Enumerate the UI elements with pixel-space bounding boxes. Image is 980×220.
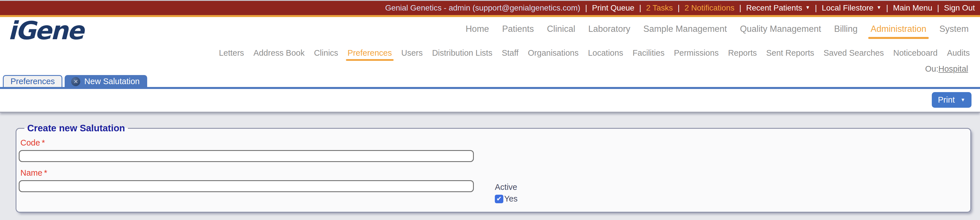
- main-nav-item-laboratory[interactable]: Laboratory: [589, 24, 630, 34]
- organisational-unit: Ou:Hospital: [925, 64, 968, 74]
- name-input[interactable]: [19, 180, 474, 192]
- active-checkbox-row[interactable]: ✔ Yes: [495, 194, 517, 204]
- sub-nav-item-reports[interactable]: Reports: [728, 48, 757, 58]
- sub-nav-item-noticeboard[interactable]: Noticeboard: [893, 48, 937, 58]
- topbar-separator: |: [585, 3, 587, 13]
- topbar-separator: |: [639, 3, 641, 13]
- required-asterisk: *: [44, 168, 47, 177]
- sub-nav-item-letters[interactable]: Letters: [219, 48, 244, 58]
- sub-nav-item-sent-reports[interactable]: Sent Reports: [766, 48, 814, 58]
- sub-nav-item-facilities[interactable]: Facilities: [633, 48, 665, 58]
- topbar-separator: |: [739, 3, 741, 13]
- create-salutation-panel: Create new Salutation Code*Name* Active …: [16, 123, 971, 213]
- sub-nav-item-users[interactable]: Users: [401, 48, 423, 58]
- main-nav-item-administration[interactable]: Administration: [870, 24, 926, 34]
- tab-label: Preferences: [11, 77, 55, 86]
- tab-preferences[interactable]: Preferences: [3, 75, 62, 87]
- code-input[interactable]: [19, 150, 474, 162]
- ou-label: Ou:: [925, 64, 938, 73]
- app-logo: iGene: [8, 18, 83, 44]
- main-nav: HomePatientsClinicalLaboratorySample Man…: [466, 24, 969, 34]
- user-info: Genial Genetics - admin (support@genialg…: [385, 3, 580, 13]
- sub-nav-item-preferences[interactable]: Preferences: [348, 48, 392, 58]
- topbar-separator: |: [815, 3, 817, 13]
- sub-nav-item-clinics[interactable]: Clinics: [314, 48, 338, 58]
- dropdown-arrow-icon: ▼: [805, 5, 810, 11]
- main-nav-item-quality-management[interactable]: Quality Management: [740, 24, 821, 34]
- main-nav-item-patients[interactable]: Patients: [502, 24, 534, 34]
- topbar: Genial Genetics - admin (support@genialg…: [0, 1, 980, 15]
- topbar-item-main-menu[interactable]: Main Menu: [893, 3, 932, 13]
- active-checkbox[interactable]: ✔: [495, 195, 503, 203]
- topbar-item-2-notifications[interactable]: 2 Notifications: [684, 3, 735, 13]
- main-nav-item-sample-management[interactable]: Sample Management: [643, 24, 727, 34]
- ou-hospital-link[interactable]: Hospital: [938, 64, 968, 73]
- required-asterisk: *: [42, 138, 45, 147]
- print-button-label: Print: [938, 95, 955, 104]
- header: iGene HomePatientsClinicalLaboratorySamp…: [0, 17, 980, 89]
- form-fields: Code*Name*: [16, 138, 970, 192]
- field-label-name: Name*: [21, 168, 970, 178]
- sub-nav-item-organisations[interactable]: Organisations: [528, 48, 579, 58]
- sub-nav-item-permissions[interactable]: Permissions: [674, 48, 719, 58]
- main-nav-item-clinical[interactable]: Clinical: [547, 24, 575, 34]
- close-tab-icon[interactable]: ✕: [71, 77, 80, 86]
- main-nav-item-home[interactable]: Home: [466, 24, 489, 34]
- sub-nav-item-audits[interactable]: Audits: [947, 48, 970, 58]
- topbar-links: |Print Queue|2 Tasks|2 Notifications|Rec…: [580, 3, 975, 13]
- topbar-separator: |: [678, 3, 680, 13]
- topbar-separator: |: [886, 3, 888, 13]
- sub-nav-item-staff[interactable]: Staff: [502, 48, 519, 58]
- active-field: Active ✔ Yes: [495, 183, 517, 204]
- tab-label: New Salutation: [84, 77, 140, 86]
- panel-title: Create new Salutation: [24, 123, 128, 133]
- content-area: Create new Salutation Code*Name* Active …: [0, 123, 980, 220]
- active-yes-label: Yes: [504, 194, 517, 204]
- toolbar: Print ▼: [0, 89, 980, 112]
- active-label: Active: [495, 183, 517, 192]
- dropdown-arrow-icon: ▼: [961, 97, 965, 103]
- accent-divider: [0, 15, 980, 17]
- print-button[interactable]: Print ▼: [932, 92, 972, 108]
- sub-nav-item-distribution-lists[interactable]: Distribution Lists: [432, 48, 493, 58]
- field-row-code: Code*: [21, 138, 970, 162]
- tab-new-salutation[interactable]: ✕New Salutation: [65, 75, 147, 87]
- topbar-item-print-queue[interactable]: Print Queue: [592, 3, 634, 13]
- field-label-code: Code*: [21, 138, 970, 148]
- main-nav-item-billing[interactable]: Billing: [834, 24, 858, 34]
- sub-nav-item-address-book[interactable]: Address Book: [253, 48, 305, 58]
- sub-nav: LettersAddress BookClinicsPreferencesUse…: [219, 48, 970, 58]
- sub-nav-item-saved-searches[interactable]: Saved Searches: [824, 48, 884, 58]
- topbar-separator: |: [937, 3, 939, 13]
- topbar-item-recent-patients[interactable]: Recent Patients▼: [746, 3, 810, 13]
- sub-nav-item-locations[interactable]: Locations: [588, 48, 623, 58]
- dropdown-arrow-icon: ▼: [877, 5, 881, 11]
- main-nav-item-system[interactable]: System: [939, 24, 969, 34]
- topbar-item-2-tasks[interactable]: 2 Tasks: [646, 3, 673, 13]
- topbar-item-local-filestore[interactable]: Local Filestore▼: [822, 3, 881, 13]
- tab-bar: Preferences✕New Salutation: [3, 75, 147, 87]
- topbar-item-sign-out[interactable]: Sign Out: [944, 3, 975, 13]
- checkmark-icon: ✔: [496, 195, 502, 203]
